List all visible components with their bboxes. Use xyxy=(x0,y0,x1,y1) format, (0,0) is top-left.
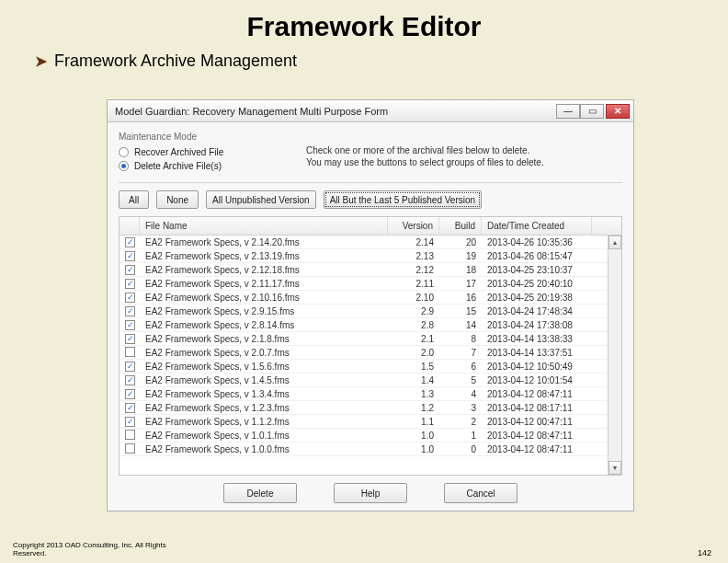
col-filename[interactable]: File Name xyxy=(140,217,388,235)
cell-filename: EA2 Framework Specs, v 1.4.5.fms xyxy=(140,375,388,385)
scroll-down-icon[interactable]: ▾ xyxy=(609,461,621,475)
table-row[interactable]: EA2 Framework Specs, v 2.10.16.fms2.1016… xyxy=(119,291,621,304)
window-title: Model Guardian: Recovery Management Mult… xyxy=(115,106,556,117)
cancel-button[interactable]: Cancel xyxy=(444,483,518,503)
cell-filename: EA2 Framework Specs, v 1.3.4.fms xyxy=(140,389,388,399)
table-row[interactable]: EA2 Framework Specs, v 1.0.0.fms1.002013… xyxy=(119,442,621,456)
row-checkbox[interactable] xyxy=(119,292,140,303)
cell-date: 2013-04-14 13:38:33 xyxy=(482,334,592,344)
col-build[interactable]: Build xyxy=(439,217,482,235)
col-date[interactable]: Date/Time Created xyxy=(482,217,592,235)
cell-build: 6 xyxy=(439,362,482,372)
table-row[interactable]: EA2 Framework Specs, v 2.1.8.fms2.182013… xyxy=(119,332,621,346)
row-checkbox[interactable] xyxy=(119,361,140,372)
checkbox-icon xyxy=(125,279,135,289)
checkbox-icon xyxy=(125,417,135,427)
cell-date: 2013-04-25 23:10:37 xyxy=(482,265,592,275)
table-row[interactable]: EA2 Framework Specs, v 2.11.17.fms2.1117… xyxy=(119,277,621,291)
row-checkbox[interactable] xyxy=(119,347,140,359)
help-button[interactable]: Help xyxy=(334,483,407,503)
radio-recover[interactable]: Recover Archived File xyxy=(119,147,284,157)
cell-filename: EA2 Framework Specs, v 2.14.20.fms xyxy=(140,237,388,247)
cell-version: 1.0 xyxy=(388,444,439,454)
table-row[interactable]: EA2 Framework Specs, v 1.2.3.fms1.232013… xyxy=(119,401,621,415)
cell-build: 8 xyxy=(439,334,482,344)
cell-filename: EA2 Framework Specs, v 1.2.3.fms xyxy=(140,403,388,413)
col-version[interactable]: Version xyxy=(388,217,439,235)
table-row[interactable]: EA2 Framework Specs, v 1.3.4.fms1.342013… xyxy=(119,387,621,401)
table-row[interactable]: EA2 Framework Specs, v 2.0.7.fms2.072013… xyxy=(119,346,621,360)
cell-date: 2013-04-12 10:01:54 xyxy=(482,375,592,385)
close-button[interactable]: ✕ xyxy=(606,104,630,119)
cell-filename: EA2 Framework Specs, v 1.0.0.fms xyxy=(140,444,388,454)
cell-filename: EA2 Framework Specs, v 2.9.15.fms xyxy=(140,306,388,316)
bullet-row: ➤ Framework Archive Management xyxy=(0,48,728,80)
radio-icon xyxy=(119,147,129,157)
table-row[interactable]: EA2 Framework Specs, v 2.13.19.fms2.1319… xyxy=(119,249,621,263)
cell-date: 2013-04-12 08:47:11 xyxy=(482,389,592,399)
cell-date: 2013-04-12 10:50:49 xyxy=(482,362,592,372)
row-checkbox[interactable] xyxy=(119,264,140,275)
row-checkbox[interactable] xyxy=(119,402,140,413)
table-row[interactable]: EA2 Framework Specs, v 1.4.5.fms1.452013… xyxy=(119,373,621,387)
cell-build: 5 xyxy=(439,375,482,385)
scrollbar[interactable]: ▴ ▾ xyxy=(608,236,621,475)
table-row[interactable]: EA2 Framework Specs, v 2.8.14.fms2.81420… xyxy=(119,318,621,332)
delete-button[interactable]: Delete xyxy=(223,483,297,503)
row-checkbox[interactable] xyxy=(119,388,140,399)
cell-version: 2.14 xyxy=(388,237,439,247)
row-checkbox[interactable] xyxy=(119,236,140,247)
row-checkbox[interactable] xyxy=(119,319,140,330)
table-row[interactable]: EA2 Framework Specs, v 2.9.15.fms2.91520… xyxy=(119,304,621,318)
select-all-button[interactable]: All xyxy=(119,190,149,209)
select-all-but-last5-button[interactable]: All But the Last 5 Published Version xyxy=(324,190,482,209)
cell-build: 3 xyxy=(439,403,482,413)
cell-version: 2.9 xyxy=(388,306,439,316)
cell-version: 2.8 xyxy=(388,320,439,330)
scroll-up-icon[interactable]: ▴ xyxy=(609,236,621,249)
select-unpublished-button[interactable]: All Unpublished Version xyxy=(206,190,316,209)
table-row[interactable]: EA2 Framework Specs, v 1.0.1.fms1.012013… xyxy=(119,429,621,442)
cell-filename: EA2 Framework Specs, v 2.0.7.fms xyxy=(140,348,388,358)
cell-version: 1.1 xyxy=(388,417,439,427)
radio-label: Recover Archived File xyxy=(134,147,223,157)
row-checkbox[interactable] xyxy=(119,278,140,289)
row-checkbox[interactable] xyxy=(119,430,140,442)
cell-build: 19 xyxy=(439,251,482,261)
cell-date: 2013-04-12 08:47:11 xyxy=(482,444,592,454)
page-number: 142 xyxy=(698,548,711,557)
cell-date: 2013-04-26 08:15:47 xyxy=(482,251,592,261)
cell-version: 1.3 xyxy=(388,389,439,399)
cell-version: 1.4 xyxy=(388,375,439,385)
table-row[interactable]: EA2 Framework Specs, v 1.5.6.fms1.562013… xyxy=(119,360,621,373)
row-checkbox[interactable] xyxy=(119,250,140,261)
radio-delete[interactable]: Delete Archive File(s) xyxy=(119,161,284,171)
row-checkbox[interactable] xyxy=(119,305,140,316)
cell-date: 2013-04-24 17:48:34 xyxy=(482,306,592,316)
row-checkbox[interactable] xyxy=(119,374,140,385)
minimize-button[interactable]: — xyxy=(556,104,580,119)
row-checkbox[interactable] xyxy=(119,416,140,427)
checkbox-icon xyxy=(125,293,135,303)
cell-build: 16 xyxy=(439,293,482,303)
checkbox-icon xyxy=(125,430,135,440)
table-row[interactable]: EA2 Framework Specs, v 2.12.18.fms2.1218… xyxy=(119,263,621,277)
mode-label: Maintenance Mode xyxy=(119,132,622,142)
table-row[interactable]: EA2 Framework Specs, v 1.1.2.fms1.122013… xyxy=(119,415,621,429)
table-header: File Name Version Build Date/Time Create… xyxy=(119,217,621,236)
file-table: File Name Version Build Date/Time Create… xyxy=(119,216,622,476)
cell-date: 2013-04-25 20:40:10 xyxy=(482,279,592,289)
checkbox-icon xyxy=(125,237,135,247)
cell-version: 1.2 xyxy=(388,403,439,413)
cell-version: 2.0 xyxy=(388,348,439,358)
select-none-button[interactable]: None xyxy=(156,190,199,209)
row-checkbox[interactable] xyxy=(119,333,140,344)
maximize-button[interactable]: ▭ xyxy=(580,104,604,119)
radio-label: Delete Archive File(s) xyxy=(134,161,222,171)
divider xyxy=(119,182,622,183)
row-checkbox[interactable] xyxy=(119,443,140,455)
instructions: Check one or more of the archival files … xyxy=(306,145,544,157)
cell-build: 0 xyxy=(439,444,482,454)
cell-filename: EA2 Framework Specs, v 2.11.17.fms xyxy=(140,279,388,289)
table-row[interactable]: EA2 Framework Specs, v 2.14.20.fms2.1420… xyxy=(119,236,621,249)
